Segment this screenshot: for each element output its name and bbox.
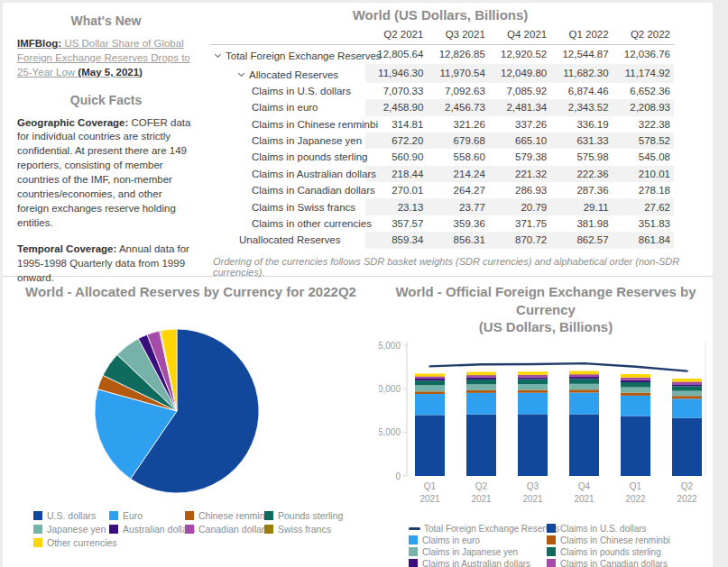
- bar-segment[interactable]: [569, 370, 599, 374]
- imfblog-link[interactable]: IMFBlog: US Dollar Share of Global Forei…: [17, 38, 190, 78]
- bar-segment[interactable]: [415, 415, 445, 476]
- y-axis-tick-label: 10,000: [379, 383, 401, 393]
- imfblog-link-date: (May 5, 2021): [78, 67, 143, 78]
- cell-value: 264.27: [427, 182, 488, 198]
- column-header: Q3 2021: [427, 26, 488, 45]
- bar-segment[interactable]: [415, 380, 445, 385]
- total-reserves-line[interactable]: [430, 363, 687, 371]
- bar-segment[interactable]: [672, 381, 702, 384]
- bar-segment[interactable]: [569, 414, 599, 475]
- bar-segment[interactable]: [569, 379, 599, 384]
- page-scrollbar-track[interactable]: [713, 0, 728, 567]
- bar-segment[interactable]: [569, 374, 599, 377]
- bar-segment[interactable]: [672, 417, 702, 475]
- bar-segment[interactable]: [518, 384, 548, 390]
- column-header: Q2 2021: [365, 26, 427, 45]
- legend-item[interactable]: Claims in Australian dollars: [409, 559, 547, 567]
- bar-segment[interactable]: [621, 395, 650, 416]
- bar-segment[interactable]: [621, 387, 650, 392]
- legend-label: Japanese yen: [47, 524, 106, 535]
- cell-value: 221.32: [489, 166, 550, 182]
- bar-segment[interactable]: [518, 414, 548, 476]
- legend-item[interactable]: Claims in euro: [409, 535, 547, 545]
- chevron-down-icon[interactable]: [238, 70, 244, 77]
- legend-item[interactable]: Claims in Chinese renminbi: [547, 535, 713, 545]
- x-axis-year-label: 2021: [471, 494, 492, 504]
- legend-item[interactable]: Total Foreign Exchange Reserves: [409, 524, 547, 534]
- bar-segment[interactable]: [415, 394, 445, 415]
- bar-segment[interactable]: [466, 371, 496, 374]
- cell-value: 558.60: [427, 149, 488, 165]
- legend-item[interactable]: Claims in U.S. dollars: [547, 524, 713, 534]
- cell-value: 359.36: [427, 215, 488, 232]
- cell-value: 278.18: [613, 182, 674, 198]
- bar-segment[interactable]: [672, 398, 702, 417]
- bar-segment[interactable]: [569, 383, 599, 389]
- bar-segment[interactable]: [569, 392, 599, 414]
- bar-segment[interactable]: [672, 396, 702, 398]
- x-axis-year-label: 2021: [574, 494, 594, 504]
- bar-segment[interactable]: [466, 414, 496, 475]
- legend-item[interactable]: Other currencies: [33, 537, 109, 548]
- x-axis-quarter-label: Q3: [527, 481, 539, 491]
- bar-segment[interactable]: [569, 389, 599, 392]
- legend-item[interactable]: Pounds sterling: [264, 510, 350, 521]
- bar-segment[interactable]: [518, 379, 548, 383]
- bar-segment[interactable]: [415, 391, 445, 394]
- bar-segment[interactable]: [672, 390, 702, 396]
- cell-value: 672.20: [365, 133, 427, 149]
- bar-segment[interactable]: [621, 378, 650, 380]
- legend-label: Pounds sterling: [278, 510, 343, 521]
- legend-item[interactable]: Claims in pounds sterling: [547, 547, 713, 557]
- legend-item[interactable]: Japanese yen: [33, 524, 109, 535]
- bar-segment[interactable]: [466, 377, 496, 379]
- legend-item[interactable]: Canadian dollars: [185, 524, 264, 535]
- legend-item[interactable]: Swiss francs: [264, 524, 350, 535]
- bar-segment[interactable]: [466, 384, 496, 389]
- bar-segment[interactable]: [466, 392, 496, 414]
- y-axis-tick-label: 5,000: [379, 427, 401, 437]
- cell-value: 29.11: [550, 198, 612, 215]
- bar-segment[interactable]: [466, 375, 496, 378]
- legend-swatch-icon: [409, 559, 418, 567]
- legend-label: U.S. dollars: [47, 510, 96, 521]
- table-row[interactable]: Total Foreign Exchange Reserves12,805.64…: [210, 45, 674, 64]
- bar-segment[interactable]: [415, 379, 445, 380]
- table-row[interactable]: Allocated Reserves11,946.3011,970.5412,0…: [210, 64, 674, 83]
- chevron-down-icon[interactable]: [215, 51, 221, 58]
- row-label: Claims in Canadian dollars: [252, 185, 375, 196]
- bar-segment[interactable]: [518, 389, 548, 392]
- bar-segment[interactable]: [672, 384, 702, 386]
- bar-segment[interactable]: [672, 378, 702, 380]
- table-row: Claims in U.S. dollars7,070.337,092.637,…: [210, 83, 674, 99]
- bar-segment[interactable]: [466, 379, 496, 383]
- bar-segment[interactable]: [621, 416, 650, 475]
- bar-segment[interactable]: [621, 380, 650, 381]
- cell-value: 23.13: [365, 198, 427, 215]
- bar-segment[interactable]: [466, 389, 496, 392]
- bar-segment[interactable]: [518, 377, 548, 379]
- bar-segment[interactable]: [569, 377, 599, 379]
- legend-item[interactable]: Euro: [109, 510, 185, 521]
- table-row: Claims in euro2,458.902,456.732,481.342,…: [210, 99, 674, 115]
- bar-segment[interactable]: [415, 376, 445, 378]
- bar-segment[interactable]: [621, 392, 650, 395]
- legend-item[interactable]: Claims in Japanese yen: [409, 547, 547, 557]
- bar-segment[interactable]: [621, 381, 650, 387]
- legend-label: Canadian dollars: [198, 524, 270, 535]
- legend-swatch-icon: [33, 511, 42, 520]
- bar-segment[interactable]: [621, 374, 650, 378]
- bar-segment[interactable]: [518, 392, 548, 414]
- legend-item[interactable]: U.S. dollars: [33, 510, 109, 521]
- legend-item[interactable]: Australian dollars: [109, 524, 185, 535]
- cell-value: 20.79: [489, 198, 550, 215]
- bar-segment[interactable]: [672, 386, 702, 390]
- legend-item[interactable]: Claims in Canadian dollars: [547, 559, 713, 567]
- row-label: Claims in Japanese yen: [252, 135, 362, 146]
- legend-item[interactable]: Chinese renminbi: [185, 510, 264, 521]
- bar-segment[interactable]: [415, 385, 445, 391]
- bar-segment[interactable]: [415, 373, 445, 376]
- bar-segment[interactable]: [518, 371, 548, 374]
- whats-new-heading: What's New: [17, 14, 195, 28]
- bar-segment[interactable]: [518, 374, 548, 377]
